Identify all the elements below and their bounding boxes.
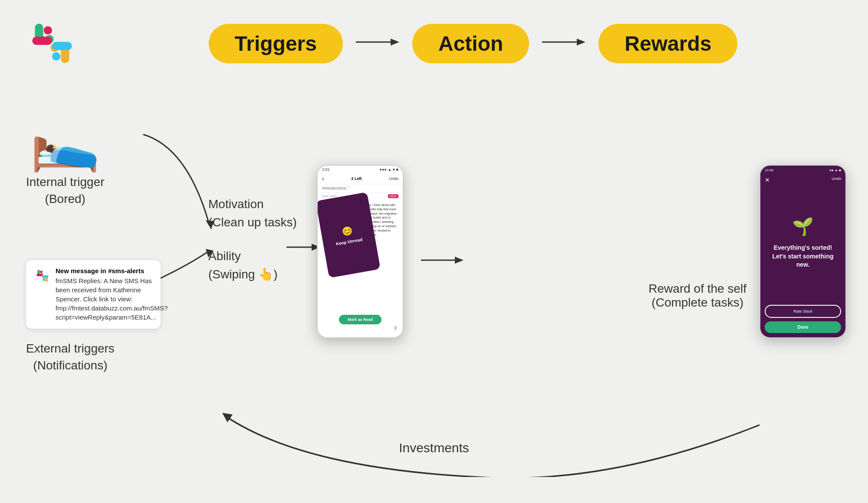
external-trigger: New message in #sms-alerts fmSMS Replies…: [26, 260, 161, 374]
action-pill: Action: [412, 24, 529, 63]
mic-icon: 🎙: [393, 325, 398, 331]
reward-of-self-label: Reward of the self (Complete tasks): [648, 282, 746, 310]
action-phone-frame: 2:01 ●●● ▲ ♥ ■ ‹ 2 Left Undo #introducti…: [317, 165, 404, 338]
notification-body: fmSMS Replies: A New SMS Has been receiv…: [56, 276, 168, 322]
external-trigger-label: External triggers (Notifications): [26, 340, 115, 374]
pill-container: Triggers Action Rewards: [104, 24, 842, 63]
svg-marker-15: [455, 257, 464, 264]
rewards-phone-frame: 10:58 ●● ▲ ■ ✕ Undo 🌱 Everything's sorte…: [760, 165, 846, 338]
internal-trigger: 🛌 Internal trigger (Bored): [26, 113, 105, 207]
svg-rect-3: [44, 26, 52, 34]
svg-rect-6: [52, 42, 72, 50]
rewards-pill: Rewards: [598, 24, 737, 63]
mark-read-button[interactable]: Mark as Read: [339, 315, 381, 324]
svg-marker-9: [391, 39, 399, 46]
svg-marker-11: [577, 39, 585, 46]
rate-slack-button[interactable]: Rate Slack: [765, 305, 841, 318]
notification-title: New message in #sms-alerts: [56, 267, 168, 274]
triggers-pill: Triggers: [209, 24, 343, 63]
svg-rect-23: [43, 275, 49, 278]
reward-content: 🌱 Everything's sorted! Let's start somet…: [760, 185, 845, 300]
svg-rect-24: [43, 278, 45, 281]
action-phone: 2:01 ●●● ▲ ♥ ■ ‹ 2 Left Undo #introducti…: [317, 165, 404, 338]
internal-trigger-label: Internal trigger (Bored): [26, 173, 105, 207]
svg-rect-20: [40, 271, 43, 273]
svg-rect-19: [36, 274, 43, 276]
investments-label: Investments: [399, 441, 469, 455]
rewards-phone: 10:58 ●● ▲ ■ ✕ Undo 🌱 Everything's sorte…: [760, 165, 846, 338]
svg-rect-2: [32, 36, 52, 45]
ability-label: Ability (Swiping 👆): [208, 247, 297, 284]
arrow-triggers-action: [356, 31, 399, 56]
done-button[interactable]: Done: [765, 321, 841, 333]
notification-box: New message in #sms-alerts fmSMS Replies…: [26, 260, 161, 329]
motivation-section: Motivation (Clean up tasks) Ability (Swi…: [208, 195, 297, 284]
motivation-label: Motivation (Clean up tasks): [208, 195, 297, 232]
reward-buttons: Rate Slack Done: [760, 300, 845, 337]
reward-text: Everything's sorted! Let's start somethi…: [769, 244, 837, 269]
reward-status-bar: 10:58 ●● ▲ ■: [760, 166, 845, 175]
sprout-icon: 🌱: [792, 216, 814, 237]
action-status-bar: 2:01 ●●● ▲ ♥ ■: [318, 166, 403, 173]
notification-content: New message in #sms-alerts fmSMS Replies…: [56, 267, 168, 322]
action-nav-bar: ‹ 2 Left Undo: [318, 173, 403, 184]
svg-marker-16: [222, 413, 233, 422]
slack-logo: [26, 17, 78, 69]
reward-nav: ✕ Undo: [760, 175, 845, 185]
action-phone-screen: 2:01 ●●● ▲ ♥ ■ ‹ 2 Left Undo #introducti…: [318, 166, 403, 337]
slack-notification-icon: [35, 268, 50, 284]
header: Triggers Action Rewards: [0, 0, 868, 78]
arrow-action-rewards: [542, 31, 585, 56]
svg-rect-7: [52, 52, 60, 60]
rewards-phone-screen: 10:58 ●● ▲ ■ ✕ Undo 🌱 Everything's sorte…: [760, 166, 845, 337]
channel-header: #introductions ˅: [318, 184, 403, 193]
main-content: 🛌 Internal trigger (Bored) New message i…: [0, 87, 868, 477]
